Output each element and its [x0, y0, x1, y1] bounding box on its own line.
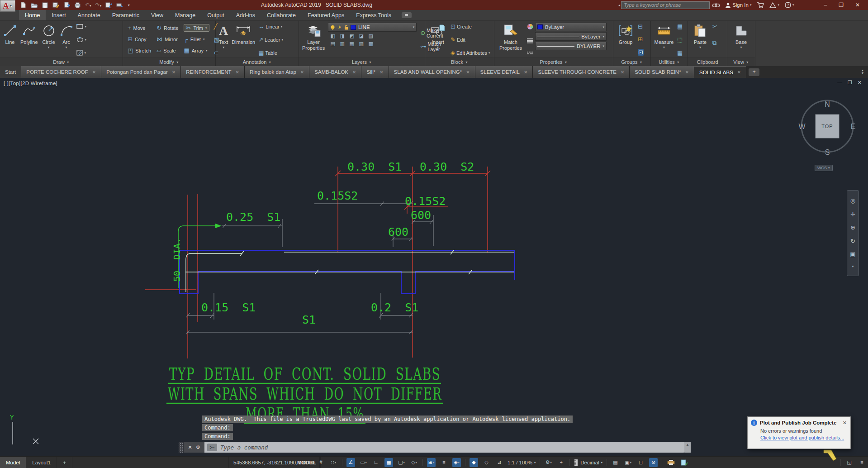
copy-clip-button[interactable]: ⧉	[712, 40, 717, 46]
clean-screen-toggle[interactable]: ◱	[845, 458, 854, 467]
file-tab[interactable]: Sill*✕	[361, 66, 389, 78]
notification-link[interactable]: Click to view plot and publish details..…	[748, 434, 850, 440]
publish-icon[interactable]	[116, 2, 123, 9]
viewcube-north[interactable]: N	[825, 100, 830, 108]
ribbon-tab-featured-apps[interactable]: Featured Apps	[302, 10, 350, 20]
cut-button[interactable]: ✂	[712, 24, 717, 29]
array-button[interactable]: ▦Array▾	[184, 48, 209, 53]
transparency-toggle[interactable]: ◈▾	[452, 458, 461, 467]
edit-attributes-button[interactable]: ◈Edit Attributes▾	[451, 50, 490, 56]
close-tab-icon[interactable]: ✕	[300, 70, 304, 75]
close-tab-icon[interactable]: ✕	[379, 70, 383, 75]
viewcube[interactable]: TOP N W E S	[796, 95, 859, 158]
hatch-dropdown-icon[interactable]: ▾	[85, 51, 86, 55]
autoscale-toggle[interactable]: +	[557, 458, 565, 467]
layer-unisolate-icon[interactable]: ▥	[338, 40, 346, 47]
search-collapse-icon[interactable]: ◂	[618, 3, 620, 7]
file-tab[interactable]: SAMB-BALOK✕	[309, 66, 361, 78]
sign-in-button[interactable]: Sign In ▾	[725, 2, 751, 8]
wcs-dropdown[interactable]: WCS▾	[815, 165, 833, 171]
panel-annotation-footer[interactable]: Annotation▼	[216, 57, 299, 66]
ellipse-button[interactable]: ▾	[76, 37, 87, 43]
layer-walk-icon[interactable]: ▩	[367, 40, 375, 47]
hide-objects-toggle[interactable]: ⊘	[649, 458, 658, 467]
panel-modify-footer[interactable]: Modify▼	[123, 57, 215, 66]
object-snap-tracking-toggle[interactable]: ◇▾	[410, 458, 418, 467]
rectangle-button[interactable]: ▾	[76, 24, 87, 29]
close-tab-icon[interactable]: ✕	[685, 70, 689, 75]
add-layout-button[interactable]: +	[57, 457, 72, 468]
file-tab[interactable]: SLAB AND WALL OPENING*✕	[389, 66, 475, 78]
ribbon-tab-addins[interactable]: Add-ins	[230, 10, 261, 20]
lineweight-dropdown[interactable]: ByLayer▾	[535, 32, 607, 41]
create-block-button[interactable]: ⊡Create	[451, 24, 490, 29]
minimize-button[interactable]: –	[824, 2, 827, 8]
linetype-list-icon[interactable]	[527, 51, 533, 56]
grid-display-toggle[interactable]: #	[317, 458, 325, 467]
id-point-button[interactable]: ⬚	[677, 37, 683, 43]
tab-overflow-chevrons[interactable]: ▾▾	[857, 66, 868, 78]
file-tab[interactable]: PORTE COCHERE ROOF✕	[21, 66, 101, 78]
isometric-drafting-toggle[interactable]: ▢▾	[397, 458, 406, 467]
model-tab[interactable]: Model	[0, 457, 26, 468]
customize-button[interactable]: ≡	[858, 458, 866, 467]
snap-mode-toggle[interactable]: ∷▾	[329, 458, 338, 467]
base-dropdown-icon[interactable]: ▼	[740, 46, 743, 49]
close-button[interactable]: ✕	[855, 2, 860, 8]
ribbon-tab-home[interactable]: Home	[19, 10, 46, 20]
save-icon[interactable]	[42, 2, 48, 9]
circle-dropdown-icon[interactable]: ▼	[47, 46, 50, 49]
ellipse-dropdown-icon[interactable]: ▾	[85, 38, 87, 42]
redo-icon[interactable]: ↷▾	[95, 2, 102, 8]
move-button[interactable]: +Move	[128, 25, 151, 31]
file-tab[interactable]: Potongan Pond dan Pagar✕	[101, 66, 181, 78]
ortho-mode-toggle[interactable]: ∟	[372, 458, 380, 467]
quick-select-button[interactable]: ▤	[677, 24, 683, 29]
layer-make-object-current-icon[interactable]: ▨	[367, 33, 375, 39]
paste-button[interactable]: Paste ▼	[690, 22, 711, 57]
command-scroll-up-icon[interactable]: ▲	[684, 442, 691, 453]
panel-view-footer[interactable]: View▼	[727, 57, 755, 66]
annotation-scale-control[interactable]: 1:1 / 100%▾	[508, 460, 536, 465]
panel-draw-footer[interactable]: Draw▼	[0, 57, 123, 66]
panel-utilities-footer[interactable]: Utilities▼	[651, 57, 688, 66]
trim-button[interactable]: ✂Trim▾	[184, 24, 209, 32]
command-input[interactable]: >▾ Type a command	[204, 442, 684, 453]
close-tab-icon[interactable]: ✕	[466, 70, 470, 75]
edit-attributes-dropdown-icon[interactable]: ▾	[489, 51, 490, 55]
match-properties-button[interactable]: Match Properties	[496, 22, 525, 57]
dynamic-ucs-toggle[interactable]: ⊿	[495, 458, 503, 467]
line-button[interactable]: Line	[2, 22, 18, 57]
ungroup-button[interactable]: ⊟	[638, 24, 644, 29]
measure-button[interactable]: Measure ▼	[653, 22, 675, 57]
autodesk-share-icon[interactable]: ▾	[769, 2, 779, 8]
qat-dropdown-icon[interactable]: ▼	[127, 4, 130, 7]
pan-icon[interactable]: ✛	[850, 211, 855, 217]
leader-button[interactable]: ↗Leader▾	[258, 37, 283, 43]
3d-object-snap-toggle[interactable]: ◇	[482, 458, 491, 467]
leader-dropdown-icon[interactable]: ▾	[281, 38, 283, 42]
lineweight-toggle[interactable]: ≡	[440, 458, 448, 467]
close-tab-icon[interactable]: ✕	[524, 70, 527, 75]
text-dropdown-icon[interactable]: ▼	[222, 46, 225, 49]
file-tab[interactable]: REINFORCEMENT✕	[181, 66, 245, 78]
group-button[interactable]: Group	[615, 22, 636, 57]
layout1-tab[interactable]: Layout1	[26, 457, 57, 468]
ribbon-tab-annotate[interactable]: Annotate	[72, 10, 106, 20]
showmotion-icon[interactable]: ▣	[850, 251, 855, 257]
mirror-button[interactable]: ⋈Mirror	[157, 36, 178, 42]
ribbon-tab-collaborate[interactable]: Collaborate	[261, 10, 302, 20]
ribbon-tab-express-tools[interactable]: Express Tools	[350, 10, 397, 20]
lineweight-list-icon[interactable]	[527, 38, 533, 43]
batch-plot-icon[interactable]	[105, 2, 112, 9]
ribbon-tab-view[interactable]: View	[145, 10, 169, 20]
panel-clipboard-footer[interactable]: Clipboard	[688, 57, 727, 66]
dynamic-input-toggle[interactable]: ▭▾	[359, 458, 368, 467]
search-input[interactable]: Type a keyword or phrase	[621, 1, 710, 9]
open-file-icon[interactable]	[31, 2, 38, 9]
units-control[interactable]: Decimal▾	[574, 459, 602, 466]
arc-button[interactable]: Arc ▼	[58, 22, 75, 57]
zoom-icon[interactable]: ⊕	[850, 224, 855, 230]
orbit-icon[interactable]: ↻	[850, 238, 855, 244]
notification-close-icon[interactable]: ✕	[842, 420, 848, 426]
